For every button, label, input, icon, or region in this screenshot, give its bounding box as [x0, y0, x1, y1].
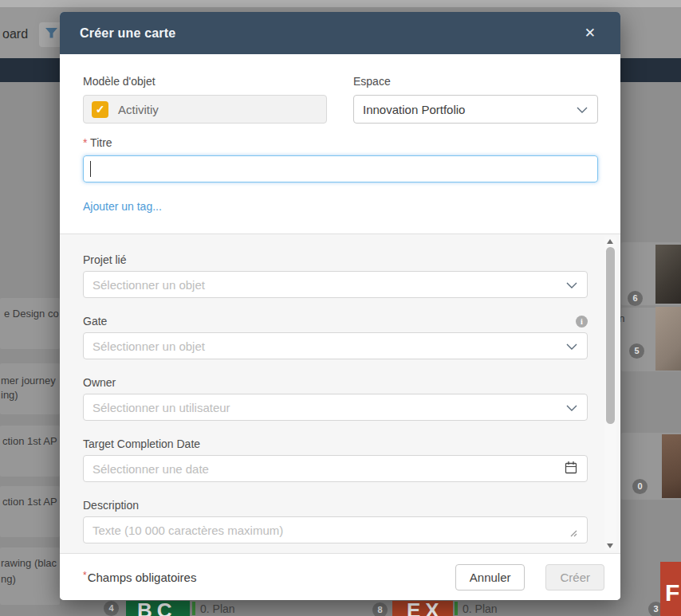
object-model-field: ✓ Activitiy: [83, 95, 327, 124]
count-badge: 0: [632, 479, 648, 494]
chevron-down-icon: [566, 339, 577, 353]
close-icon: ✕: [585, 26, 596, 41]
required-note-text: Champs obligatoires: [88, 571, 197, 584]
linked-project-label: Projet lié: [83, 253, 126, 266]
target-completion-date-label: Target Completion Date: [83, 437, 200, 450]
check-glyph: ✓: [96, 103, 105, 116]
object-model-label: Modèle d'objet: [83, 75, 327, 88]
gate-select[interactable]: Sélectionner un objet: [83, 332, 588, 359]
info-icon[interactable]: i: [576, 316, 588, 328]
title-label: * Titre: [83, 136, 598, 149]
modal-top-section: Modèle d'objet ✓ Activitiy Espace Innova…: [60, 54, 620, 214]
modal-scroll-area: Projet lié Sélectionner un objet Gate i …: [60, 233, 620, 554]
description-textarea[interactable]: Texte (10 000 caractères maximum): [83, 516, 588, 543]
create-card-modal: Créer une carte ✕ Modèle d'objet ✓ Activ…: [60, 12, 620, 600]
owner-select[interactable]: Sélectionner un utilisateur: [83, 394, 588, 421]
board-card-avatar: BC: [126, 601, 190, 616]
description-placeholder: Texte (10 000 caractères maximum): [93, 524, 283, 537]
filter-funnel-icon: [45, 27, 58, 42]
board-title-fragment: oard: [2, 27, 28, 41]
scrollbar-down-arrow[interactable]: [607, 543, 613, 548]
scrollbar[interactable]: [604, 237, 616, 551]
owner-label: Owner: [83, 376, 116, 389]
checkbox-checked-icon[interactable]: ✓: [92, 101, 108, 118]
status-color-bar: [192, 602, 195, 615]
close-button[interactable]: ✕: [581, 23, 599, 43]
board-card-avatar: EX: [392, 601, 453, 616]
card-initials: BC: [137, 601, 190, 616]
linked-project-select[interactable]: Sélectionner un objet: [83, 271, 588, 298]
date-placeholder: Sélectionner une date: [93, 462, 209, 476]
page-top-strip: [0, 0, 681, 7]
count-badge: 4: [104, 601, 119, 616]
card-status: 0. Plan: [463, 602, 498, 615]
calendar-icon: [565, 461, 577, 477]
description-label: Description: [83, 499, 139, 512]
avatar-photo: [655, 307, 681, 371]
card-status: 0. Plan: [200, 602, 235, 615]
space-label: Espace: [353, 75, 598, 88]
chevron-down-icon: [566, 277, 577, 292]
count-badge: 5: [629, 343, 644, 359]
owner-placeholder: Sélectionner un utilisateur: [93, 401, 230, 414]
avatar-photo: [662, 434, 681, 498]
space-select-value: Innovation Portfolio: [363, 103, 465, 116]
background-card: [0, 298, 60, 349]
card-text-fragment: e Design co: [4, 308, 59, 320]
resize-handle-icon[interactable]: [569, 526, 577, 540]
chevron-down-icon: [577, 102, 588, 116]
object-model-value: Activitiy: [118, 103, 159, 116]
required-asterisk: *: [83, 570, 87, 581]
card-initials: F: [665, 579, 681, 606]
add-tag-link[interactable]: Ajouter un tag...: [83, 200, 162, 213]
card-text-fragment: ction 1st AP: [2, 435, 57, 447]
required-fields-note: *Champs obligatoires: [83, 570, 196, 584]
gate-placeholder: Sélectionner un objet: [93, 339, 205, 353]
required-asterisk: *: [83, 136, 87, 149]
create-button[interactable]: Créer: [545, 564, 604, 590]
text-caret: [90, 161, 91, 177]
modal-title: Créer une carte: [80, 26, 175, 41]
board-card-avatar: F: [660, 562, 681, 616]
cancel-button[interactable]: Annuler: [455, 564, 526, 590]
background-card: [0, 486, 60, 537]
space-select[interactable]: Innovation Portfolio: [353, 95, 598, 124]
card-text-fragment: ing): [1, 389, 18, 401]
modal-footer: *Champs obligatoires Annuler Créer: [60, 554, 620, 600]
card-text-fragment: rawing (blac: [1, 557, 57, 569]
background-card: [0, 426, 60, 477]
title-input[interactable]: [83, 155, 598, 182]
title-label-text: Titre: [90, 136, 112, 149]
count-badge: 8: [372, 602, 388, 616]
gate-label: Gate: [83, 315, 107, 328]
count-badge: 6: [628, 291, 643, 306]
scrollbar-up-arrow[interactable]: [607, 239, 613, 244]
card-text-fragment: ng): [1, 573, 16, 585]
chevron-down-icon: [566, 400, 577, 414]
target-completion-date-input[interactable]: Sélectionner une date: [83, 455, 588, 482]
card-text-fragment: ction 1st AP: [2, 496, 57, 508]
linked-project-placeholder: Sélectionner un objet: [93, 278, 205, 292]
screen: oard e Design co mer journey ing) ction …: [0, 0, 681, 616]
status-color-bar: [455, 602, 458, 615]
modal-header: Créer une carte ✕: [60, 12, 620, 54]
avatar-photo: [655, 245, 681, 304]
card-text-fragment: mer journey: [1, 375, 56, 386]
scrollbar-thumb[interactable]: [606, 247, 615, 424]
card-initials: EX: [407, 601, 453, 616]
